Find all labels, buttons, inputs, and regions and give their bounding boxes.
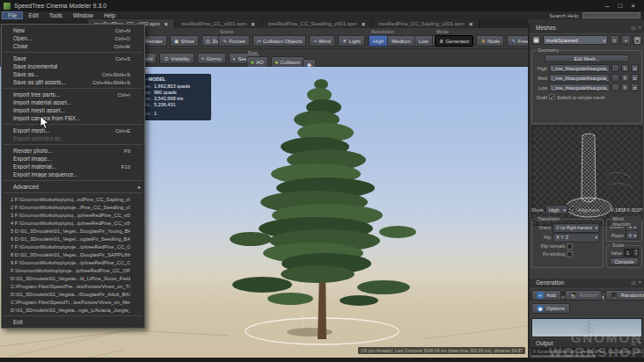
menu-item-recent-9[interactable]: 9 F:\GnomonWorkshop\proje...ip/treeRedPi… (2, 258, 144, 266)
menu-item-recent-7[interactable]: 7 F:\GnomonWorkshop\proje...ip/treeRedPi… (2, 243, 144, 250)
compute-button[interactable]: Compute (610, 257, 639, 265)
mesh-select-dropdown[interactable]: trunkScanned ▾ (543, 35, 608, 45)
pan-tool-button[interactable] (531, 35, 541, 45)
light-button[interactable]: ☀ Light (338, 35, 365, 47)
close-tab-icon[interactable]: × (165, 21, 168, 27)
collision-objects-button[interactable]: ▱ Collision Objects (252, 35, 307, 47)
menu-tools[interactable]: Tools (44, 11, 68, 19)
menu-item-recent-12[interactable]: C:\Program Files\SpeedTre...les/Forces/V… (2, 282, 144, 290)
orient-dropdown[interactable]: Z-Up Right-handed ▾ (553, 223, 600, 233)
close-panel-icon[interactable]: × (638, 340, 641, 346)
lod-path-field[interactable]: l_tree_thkacgsda/thkacgsda_LOD0.fbx (549, 64, 610, 72)
show-dropdown[interactable]: High ▾ (545, 205, 568, 214)
menu-item-recent-10[interactable]: F:\GnomonWorkshop\proje...ip/treeRedPine… (2, 266, 144, 274)
close-tab-icon[interactable]: × (252, 21, 255, 27)
menu-item-export-material[interactable]: Export material... F10 ▸ (2, 163, 144, 170)
close-tab-icon[interactable]: × (362, 21, 365, 27)
fix-winding-checkbox[interactable] (567, 251, 573, 257)
lod-path-field[interactable]: l_tree_thkacgsda/thkacgsda_LOD4.fbx (549, 83, 610, 91)
menu-item-recent-1[interactable]: 1 F:\GnomonWorkshop\proj...edPine_CC_Sap… (2, 195, 144, 203)
gizmo-button[interactable]: ⌖ Gizmo (197, 53, 226, 64)
menu-item-export-image-sequence[interactable]: Export image sequence... ▸ (2, 170, 144, 178)
menu-item-save-as-gltf[interactable]: Save as gltf assets... Ctrl+Alt+Shift+S … (2, 78, 144, 86)
menu-item-import-tree-parts[interactable]: Import tree parts... Ctrl+I ▸ (2, 90, 144, 98)
add-generator-button[interactable]: + Add (531, 290, 561, 300)
add-mesh-button[interactable]: + (621, 35, 631, 45)
menu-item-new[interactable]: New Ctrl+N ▸ (2, 26, 144, 34)
menu-item-recent-2[interactable]: 2 F:\GnomonWorkshop\proje...Pine_CC_Seed… (2, 203, 144, 211)
forces-button[interactable]: ∿ Forces (218, 35, 250, 47)
menu-item-import-mesh-asset[interactable]: Import mesh asset... ▸ (2, 106, 144, 114)
close-icon[interactable]: × (631, 1, 635, 11)
reload-icon[interactable]: ↻ (621, 64, 629, 72)
menu-item-recent-13[interactable]: D:\01_3Dmodels\01_Vegeta.../DouglasFir_A… (2, 290, 144, 298)
menu-item-close[interactable]: Close Ctrl+W ▸ (2, 42, 144, 50)
actions-button[interactable]: ↻ Actions (565, 290, 603, 300)
reload-icon[interactable]: ↻ (621, 74, 629, 82)
menu-item-open[interactable]: Open... Ctrl+O ▸ (2, 34, 144, 42)
alignment-checkbox[interactable]: ✓ (570, 206, 576, 213)
randomize-button[interactable]: ∷ Randomize (605, 290, 644, 300)
flip-dropdown[interactable]: X Y Z ▾ (553, 233, 600, 243)
menu-item-save-incremental[interactable]: Save incremental ▸ (2, 62, 144, 70)
swap-icon[interactable]: ⇄ (631, 83, 639, 91)
tab-treeRedPine_CC_Seedling_v001[interactable]: treeRedPine_CC_Seedling_v001.spm × (262, 19, 373, 28)
menu-item-export-mesh[interactable]: Export mesh... Ctrl+E ▸ (2, 127, 144, 134)
tab-treeRedPine_CC_Sapling_v001[interactable]: treeRedPine_CC_Sapling_v001.spm × (372, 19, 479, 28)
ripple-dropdown[interactable]: Normal ▾ (626, 230, 639, 240)
edit-mesh-list-button[interactable]: ± (610, 35, 619, 45)
tab-treeRedPine_CC_v001[interactable]: treeRedPine_CC_v001.spm × (175, 19, 262, 28)
wind-button[interactable]: ≈ Wind (309, 35, 334, 47)
lod-path-field[interactable]: l_tree_thkacgsda/thkacgsda_LOD2.fbx (549, 74, 610, 82)
spinner-arrows-icon[interactable]: ▴▾ (634, 250, 638, 256)
float-panel-icon[interactable]: ⊡ (631, 279, 635, 286)
menu-item-recent-6[interactable]: 6 D:\01_3Dmodels\01_Veget...uglasFir_See… (2, 235, 144, 243)
menu-item-recent-11[interactable]: D:\01_3Dmodels\01_Vegetat...ld_LiPine_Sc… (2, 274, 144, 282)
menu-help[interactable]: Help (99, 11, 121, 19)
scale-value-spinner[interactable]: 1 ▴▾ (624, 249, 639, 257)
lod-slot-button[interactable] (611, 83, 619, 91)
menu-item-export-image[interactable]: Export image... ▸ (2, 155, 144, 163)
close-tab-icon[interactable]: × (469, 21, 472, 27)
resolution-low-button[interactable]: Low (414, 35, 433, 47)
resolution-medium-button[interactable]: Medium (387, 35, 414, 47)
options-button[interactable]: ✱ Options (531, 303, 570, 314)
reload-icon[interactable]: ↻ (621, 83, 629, 91)
generation-preview[interactable] (531, 318, 642, 337)
menu-item-import-camera-fbx[interactable]: Import camera from FBX... ▸ (2, 114, 144, 122)
menu-item-recent-15[interactable]: D:\01_3Dmodels\01_Vegeta...ngle_L/Acacia… (2, 306, 144, 314)
menu-item-save[interactable]: Save Ctrl+S ▸ (2, 54, 144, 62)
menu-item-recent-5[interactable]: 5 D:\01_3Dmodels\01_Veget...DouglasFir_Y… (2, 227, 144, 235)
menu-item-recent-8[interactable]: 8 D:\01_3Dmodels\01_Veget...DouglasFir_S… (2, 250, 144, 258)
float-panel-icon[interactable]: ⊡ (631, 340, 635, 346)
swap-icon[interactable]: ⇄ (631, 64, 639, 72)
swap-icon[interactable]: ⇄ (631, 74, 639, 82)
menu-item-recent-3[interactable]: 3 F:\GnomonWorkshop\proj...ip/treeRedPin… (2, 211, 144, 219)
menu-item-recent-4[interactable]: 4 F:\GnomonWorkshop\proj...ip/treeRedPin… (2, 219, 144, 227)
minimize-icon[interactable]: – (605, 1, 609, 11)
close-panel-icon[interactable]: × (638, 25, 641, 31)
edit-mesh-button[interactable]: Edit Mesh... (545, 54, 629, 62)
menu-item-recent-14[interactable]: C:\Program Files\SpeedTr...les/Forces/Vi… (2, 298, 144, 306)
delete-mesh-button[interactable] (633, 35, 642, 45)
flip-normals-checkbox[interactable] (567, 243, 573, 250)
mode-generator-button[interactable]: ⋔ Generator (435, 35, 473, 47)
menu-item-render-photo[interactable]: Render photo... F9 ▸ (2, 147, 144, 155)
draft-checkbox[interactable]: ✓ (549, 94, 555, 100)
menu-item-advanced[interactable]: Advanced ▸ (2, 183, 144, 191)
resolution-high-button[interactable]: High (369, 35, 388, 47)
menu-edit[interactable]: Edit (23, 11, 43, 19)
mode-node-button[interactable]: ⋔ Node (476, 35, 504, 47)
search-help-input[interactable] (582, 12, 640, 18)
menu-window[interactable]: Window (68, 11, 99, 19)
lod-slot-button[interactable] (611, 74, 619, 82)
close-panel-icon[interactable]: × (638, 279, 641, 286)
visibility-button[interactable]: ⊙ Visibility (159, 53, 194, 64)
maximize-icon[interactable]: □ (618, 1, 622, 11)
float-panel-icon[interactable]: ⊡ (631, 25, 635, 31)
menu-file[interactable]: File (2, 11, 23, 19)
show-button[interactable]: ◉ Show (170, 35, 199, 47)
menu-item-import-material-asset[interactable]: Import material asset... ▸ (2, 98, 144, 106)
menu-item-save-as[interactable]: Save as... Ctrl+Shift+S ▸ (2, 70, 144, 78)
menu-item-export-selected-as[interactable]: Export selected as... ▸ (2, 134, 144, 142)
